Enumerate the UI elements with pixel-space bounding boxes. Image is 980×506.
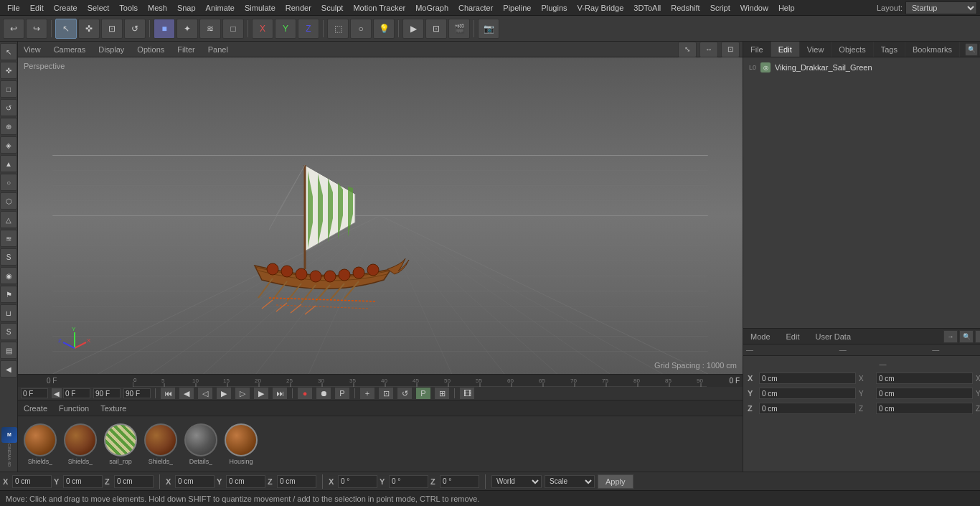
select-tool[interactable]: ↖: [55, 19, 77, 39]
minus-btn[interactable]: ⊡: [378, 387, 394, 400]
menu-plugins[interactable]: Plugins: [537, 2, 571, 14]
left-tool-1[interactable]: ✜: [0, 62, 17, 79]
menu-character[interactable]: Character: [454, 2, 497, 14]
left-tool-15[interactable]: ◀: [0, 360, 17, 378]
left-tool-2[interactable]: □: [0, 80, 17, 98]
menu-vray[interactable]: V-Ray Bridge: [573, 2, 628, 14]
plus-btn[interactable]: +: [359, 387, 375, 400]
pos-z-input[interactable]: [759, 403, 856, 414]
timeline-start-input[interactable]: [21, 388, 48, 398]
left-tool-12[interactable]: ⚑: [0, 286, 17, 303]
x-axis[interactable]: X: [252, 19, 273, 39]
left-tool-13[interactable]: ⊔: [0, 304, 17, 322]
rp-search-btn[interactable]: 🔍: [965, 43, 978, 56]
pos-x-input[interactable]: [759, 373, 856, 384]
menu-mograph[interactable]: MoGraph: [411, 2, 453, 14]
timeline-end-input[interactable]: [123, 388, 151, 398]
polygon-mode[interactable]: □: [222, 19, 244, 39]
timeline-preview-start[interactable]: [63, 388, 90, 398]
camera-btn[interactable]: 📷: [478, 19, 499, 39]
key-all-btn[interactable]: P: [334, 387, 350, 400]
timeline-preview-end[interactable]: [93, 388, 121, 398]
size-x-input[interactable]: [876, 373, 973, 384]
viewport-icon-1[interactable]: ⤡: [678, 42, 697, 57]
light-btn[interactable]: 💡: [373, 19, 395, 39]
left-tool-9[interactable]: △: [0, 211, 17, 228]
rp-tab-bookmarks[interactable]: Bookmarks: [905, 42, 960, 57]
left-tool-4[interactable]: ⊕: [0, 118, 17, 135]
film-btn[interactable]: 🎞: [459, 387, 475, 400]
render-view[interactable]: ▶: [402, 19, 424, 39]
coord-sz-input[interactable]: [277, 475, 316, 488]
y-axis[interactable]: Y: [275, 19, 296, 39]
menu-window[interactable]: Window: [736, 2, 773, 14]
left-tool-0[interactable]: ↖: [0, 43, 17, 60]
menu-animate[interactable]: Animate: [202, 2, 239, 14]
menu-simulate[interactable]: Simulate: [240, 2, 280, 14]
mat-item-5[interactable]: Housing: [223, 423, 259, 465]
prev-key-btn[interactable]: ◁: [197, 387, 213, 400]
left-tool-11[interactable]: ◉: [0, 267, 17, 284]
attr-tab-edit[interactable]: Edit: [782, 331, 804, 342]
sphere-primitive[interactable]: ○: [350, 19, 372, 39]
object-row-0[interactable]: L0 ◎ Viking_Drakkar_Sail_Green: [746, 60, 980, 75]
coord-sx-input[interactable]: [175, 475, 215, 488]
left-tool-14[interactable]: ▤: [0, 342, 17, 359]
left-tool-s2[interactable]: S: [0, 323, 17, 340]
vp-tab-display[interactable]: Display: [95, 44, 127, 55]
viewport-icon-3[interactable]: ⊡: [721, 42, 740, 57]
coord-sy-input[interactable]: [226, 475, 265, 488]
menu-select[interactable]: Select: [83, 2, 114, 14]
attr-tab-mode[interactable]: Mode: [746, 331, 775, 342]
coord-ry-input[interactable]: [389, 475, 428, 488]
prev-frame-btn[interactable]: ◀: [179, 387, 194, 400]
auto-key-btn[interactable]: ⏺: [316, 387, 331, 400]
left-tool-5[interactable]: ◈: [0, 136, 17, 154]
mat-tab-create[interactable]: Create: [21, 403, 50, 414]
world-dropdown[interactable]: World: [491, 475, 542, 488]
menu-motiontracker[interactable]: Motion Tracker: [349, 2, 410, 14]
play-btn[interactable]: ▶: [216, 387, 232, 400]
vp-tab-filter[interactable]: Filter: [174, 44, 197, 55]
coord-x-input[interactable]: [12, 475, 52, 488]
left-tool-s1[interactable]: S: [0, 248, 17, 266]
cube-primitive[interactable]: ⬚: [327, 19, 349, 39]
pos-y-input[interactable]: [759, 388, 856, 399]
coord-z-input[interactable]: [114, 475, 154, 488]
coord-rx-input[interactable]: [338, 475, 377, 488]
left-tool-3[interactable]: ↺: [0, 99, 17, 116]
rotate-tool[interactable]: ↺: [124, 19, 146, 39]
menu-tools[interactable]: Tools: [115, 2, 142, 14]
rp-tab-edit[interactable]: Edit: [771, 42, 800, 57]
mat-item-2[interactable]: sail_rop: [103, 423, 138, 465]
left-tool-10[interactable]: ≋: [0, 230, 17, 247]
mat-item-1[interactable]: Shields_: [62, 423, 98, 465]
menu-mesh[interactable]: Mesh: [143, 2, 171, 14]
grid-btn[interactable]: ⊞: [434, 387, 450, 400]
next-frame-btn[interactable]: ▶: [253, 387, 269, 400]
menu-redshift[interactable]: Redshift: [666, 2, 704, 14]
apply-button[interactable]: Apply: [598, 474, 633, 489]
coord-y-input[interactable]: [63, 475, 103, 488]
mat-item-0[interactable]: Shields_: [22, 423, 58, 465]
menu-pipeline[interactable]: Pipeline: [499, 2, 535, 14]
undo-button[interactable]: ↩: [3, 19, 24, 39]
size-z-input[interactable]: [876, 403, 973, 414]
attr-tab-userdata[interactable]: User Data: [811, 331, 856, 342]
object-mode[interactable]: ■: [154, 19, 175, 39]
mat-tab-function[interactable]: Function: [56, 403, 92, 414]
layout-dropdown[interactable]: Startup: [905, 1, 977, 14]
edge-mode[interactable]: ≋: [199, 19, 221, 39]
attr-search-btn[interactable]: 🔍: [959, 330, 974, 343]
scale-tool[interactable]: ⊡: [101, 19, 123, 39]
menu-file[interactable]: File: [3, 2, 24, 14]
render-to-po[interactable]: 🎬: [448, 19, 470, 39]
menu-script[interactable]: Script: [706, 2, 735, 14]
rp-tab-file[interactable]: File: [743, 42, 771, 57]
menu-sculpt[interactable]: Sculpt: [317, 2, 348, 14]
coord-rz-input[interactable]: [440, 475, 479, 488]
menu-3dtoall[interactable]: 3DToAll: [629, 2, 665, 14]
viewport[interactable]: Perspective Grid Spacing : 1000 cm X Y Z: [18, 57, 743, 374]
left-tool-7[interactable]: ○: [0, 174, 17, 191]
move-tool[interactable]: ✜: [78, 19, 100, 39]
